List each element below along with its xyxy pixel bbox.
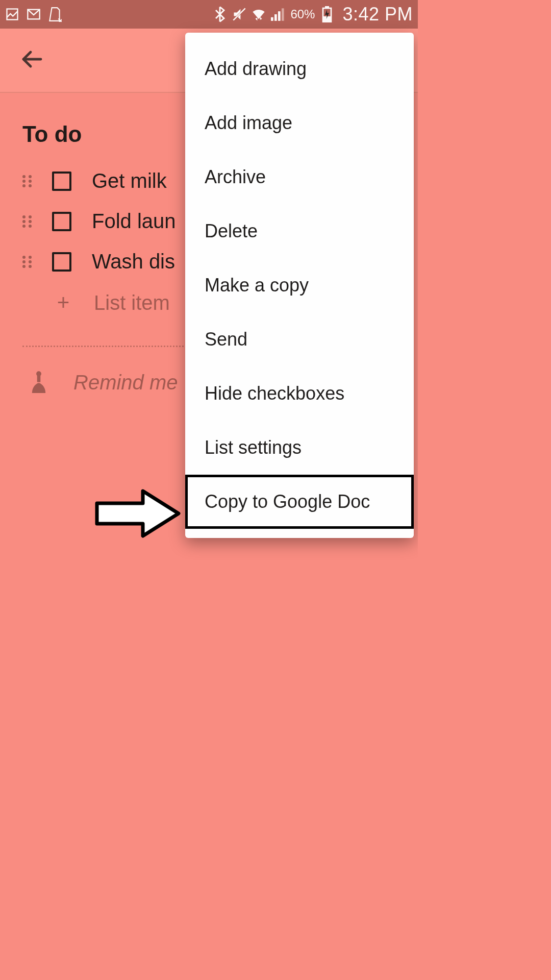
bluetooth-icon: [213, 7, 227, 21]
menu-hide-checkboxes[interactable]: Hide checkboxes: [185, 366, 414, 421]
tutorial-arrow-icon: [92, 488, 184, 541]
add-item-placeholder: List item: [94, 291, 170, 314]
svg-rect-15: [37, 376, 41, 382]
drag-handle-icon[interactable]: [22, 215, 32, 228]
status-time: 3:42 PM: [342, 4, 413, 25]
svg-rect-9: [282, 8, 284, 21]
image-notif-icon: [5, 7, 19, 21]
battery-charging-icon: [320, 7, 334, 21]
reminder-hand-icon: [29, 370, 49, 395]
menu-copy-google-doc[interactable]: Copy to Google Doc: [185, 475, 414, 529]
menu-delete[interactable]: Delete: [185, 204, 414, 258]
svg-rect-0: [7, 9, 18, 20]
menu-add-image[interactable]: Add image: [185, 96, 414, 150]
plus-icon: +: [53, 290, 73, 315]
todo-item-label[interactable]: Fold laun: [92, 210, 176, 233]
svg-rect-8: [278, 11, 281, 21]
checkbox[interactable]: [52, 252, 71, 272]
status-bar: 60% 3:42 PM: [0, 0, 418, 29]
mute-icon: [232, 7, 246, 21]
drag-handle-icon[interactable]: [22, 175, 32, 187]
svg-rect-6: [271, 17, 273, 21]
overflow-menu: Add drawing Add image Archive Delete Mak…: [185, 33, 414, 538]
wifi-icon: [252, 7, 266, 21]
menu-add-drawing[interactable]: Add drawing: [185, 42, 414, 96]
svg-rect-7: [274, 14, 277, 21]
mail-notif-icon: [27, 7, 41, 21]
checkbox[interactable]: [52, 172, 71, 191]
menu-list-settings[interactable]: List settings: [185, 421, 414, 475]
todo-item-label[interactable]: Wash dis: [92, 250, 175, 273]
signal-icon: [271, 7, 285, 21]
drag-handle-icon[interactable]: [22, 256, 32, 268]
menu-archive[interactable]: Archive: [185, 150, 414, 204]
back-arrow-icon[interactable]: [19, 47, 44, 74]
menu-send[interactable]: Send: [185, 312, 414, 366]
checkbox[interactable]: [52, 212, 71, 231]
battery-percent: 60%: [290, 7, 315, 21]
menu-make-copy[interactable]: Make a copy: [185, 258, 414, 312]
sim-notif-icon: [48, 7, 62, 21]
todo-item-label[interactable]: Get milk: [92, 169, 167, 192]
remind-me-label: Remind me: [73, 371, 178, 394]
